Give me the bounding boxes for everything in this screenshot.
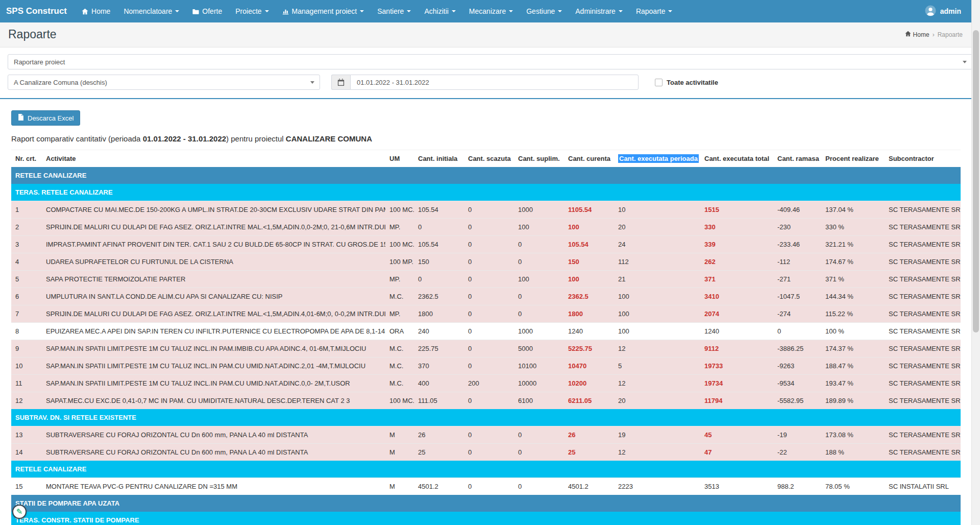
cell-procent: 174.67 %: [821, 253, 885, 271]
cell-exec_perioada: 12: [614, 444, 700, 461]
content-header: Rapoarte Home › Rapoarte: [0, 22, 980, 47]
report-type-select[interactable]: Raportare proiect: [8, 54, 972, 69]
group-header-label: TERAS. RETELE CANALIZARE: [11, 184, 961, 201]
cell-scazuta: 0: [464, 219, 514, 236]
date-range-input[interactable]: 01.01.2022 - 31.01.2022: [350, 75, 639, 90]
cell-ramasa: -233.46: [773, 236, 821, 253]
cell-nr: 10: [11, 357, 42, 375]
table-row: 9SAP.MAN.IN SPATII LIMIT.PESTE 1M CU TAL…: [11, 340, 961, 357]
cell-curenta: 4501.2: [564, 478, 614, 495]
user-avatar-icon: [925, 5, 936, 18]
breadcrumb-home-label: Home: [913, 31, 929, 38]
cell-subcontractor: SC TERASAMENTE SRL: [885, 426, 961, 444]
cell-exec_total: 19733: [700, 357, 773, 375]
column-header: Nr. crt.: [11, 150, 42, 168]
all-activities-toggle[interactable]: Toate activitatile: [655, 79, 718, 86]
nav-item-mecanizare[interactable]: Mecanizare: [462, 0, 520, 22]
cell-activitate: EPUIZAREA MEC.A APEI DIN SAP.IN TEREN CU…: [42, 323, 385, 340]
breadcrumb: Home › Rapoarte: [905, 31, 963, 38]
nav-item-home[interactable]: Home: [75, 0, 117, 22]
cell-nr: 15: [11, 478, 42, 495]
cell-scazuta: 0: [464, 323, 514, 340]
nav-item-label: Mecanizare: [469, 7, 506, 15]
cell-suplim: 0: [514, 426, 564, 444]
cell-exec_total: 339: [700, 236, 773, 253]
cell-ramasa: -230: [773, 219, 821, 236]
date-range-value: 01.01.2022 - 31.01.2022: [357, 79, 429, 86]
column-header: Cant. scazuta: [464, 150, 514, 168]
cell-um: ORA: [385, 323, 414, 340]
cell-initiala: 2362.5: [414, 288, 464, 305]
cell-procent: 100 %: [821, 323, 885, 340]
column-header: Cant. executata perioada: [614, 150, 700, 168]
cell-um: M: [385, 426, 414, 444]
all-activities-checkbox[interactable]: [655, 79, 663, 86]
cell-exec_total: 9112: [700, 340, 773, 357]
nav-item-oferte[interactable]: Oferte: [186, 0, 229, 22]
cell-exec_total: 19734: [700, 375, 773, 392]
table-row: 2SPRIJIN.DE MALURI CU DULAPI DE FAG ASEZ…: [11, 219, 961, 236]
cell-scazuta: 0: [464, 478, 514, 495]
cell-initiala: 400: [414, 375, 464, 392]
cell-exec_perioada: 20: [614, 219, 700, 236]
cell-activitate: SAPAT.MEC.CU EXC.DE 0,41-0,7 MC IN PAM. …: [42, 392, 385, 410]
cell-subcontractor: SC TERASAMENTE SRL: [885, 375, 961, 392]
cell-scazuta: 0: [464, 357, 514, 375]
cell-curenta: 1105.54: [564, 201, 614, 219]
project-select[interactable]: A Canalizare Comuna (deschis): [8, 75, 320, 90]
column-header: Cant. ramasa: [773, 150, 821, 168]
table-row: 6UMPLUTURA IN SANT.LA COND.DE ALIM.CU AP…: [11, 288, 961, 305]
brand-logo[interactable]: SPS Construct: [0, 0, 75, 22]
page-scrollbar[interactable]: [971, 0, 980, 525]
cell-procent: 189.89 %: [821, 392, 885, 410]
cell-nr: 2: [11, 219, 42, 236]
nav-item-santiere[interactable]: Santiere: [371, 0, 418, 22]
cell-um: M.C.: [385, 340, 414, 357]
nav-item-achizitii[interactable]: Achizitii: [418, 0, 462, 22]
cell-subcontractor: SC TERASAMENTE SRL: [885, 219, 961, 236]
cell-activitate: SUBTRAVERSARE CU FORAJ ORIZONTAL CU Dn 6…: [42, 426, 385, 444]
cell-nr: 14: [11, 444, 42, 461]
nav-item-rapoarte[interactable]: Rapoarte: [629, 0, 679, 22]
cell-suplim: 0: [514, 478, 564, 495]
group-header-label: STATII DE POMPARE APA UZATA: [11, 495, 961, 512]
cell-activitate: SAPA PROTECTIE TERMOIZOLATIE PARTER: [42, 271, 385, 288]
project-value: A Canalizare Comuna (deschis): [14, 79, 107, 86]
nav-item-management-proiect[interactable]: Management proiect: [276, 0, 371, 22]
scrollbar-thumb[interactable]: [973, 30, 979, 332]
cell-subcontractor: SC TERASAMENTE SRL: [885, 340, 961, 357]
cell-um: M: [385, 444, 414, 461]
cell-nr: 7: [11, 305, 42, 323]
cell-um: M: [385, 478, 414, 495]
nav-item-gestiune[interactable]: Gestiune: [520, 0, 569, 22]
edit-fab[interactable]: ✎: [12, 505, 27, 519]
cell-exec_perioada: 10: [614, 201, 700, 219]
caret-down-icon: [668, 10, 672, 12]
cell-curenta: 10200: [564, 375, 614, 392]
cell-nr: 4: [11, 253, 42, 271]
user-menu[interactable]: admin: [915, 0, 971, 22]
filter-panel: Raportare proiect A Canalizare Comuna (d…: [0, 47, 980, 99]
breadcrumb-home-link[interactable]: Home: [905, 31, 929, 38]
nav-item-nomenclatoare[interactable]: Nomenclatoare: [117, 0, 186, 22]
group-header-label: SUBTRAV. DN. SI RETELE EXISTENTE: [11, 409, 961, 426]
cell-activitate: SAP.MAN.IN SPATII LIMIT.PESTE 1M CU TALU…: [42, 357, 385, 375]
table-row: 10SAP.MAN.IN SPATII LIMIT.PESTE 1M CU TA…: [11, 357, 961, 375]
column-header: Cant. curenta: [564, 150, 614, 168]
cell-curenta: 5225.75: [564, 340, 614, 357]
cell-nr: 6: [11, 288, 42, 305]
cell-suplim: 5000: [514, 340, 564, 357]
cell-initiala: 111.05: [414, 392, 464, 410]
download-excel-button[interactable]: Descarca Excel: [11, 110, 80, 126]
nav-item-proiecte[interactable]: Proiecte: [229, 0, 275, 22]
cell-initiala: 1800: [414, 305, 464, 323]
table-row: 8EPUIZAREA MEC.A APEI DIN SAP.IN TEREN C…: [11, 323, 961, 340]
group-header-row: TERAS. CONSTR. STATII DE POMPARE: [11, 512, 961, 525]
nav-item-administrare[interactable]: Administrare: [569, 0, 629, 22]
cell-subcontractor: SC TERASAMENTE SRL: [885, 357, 961, 375]
column-header: Cant. suplim.: [514, 150, 564, 168]
all-activities-label: Toate activitatile: [667, 79, 718, 86]
cell-exec_perioada: 100: [614, 288, 700, 305]
cell-subcontractor: SC TERASAMENTE SRL: [885, 323, 961, 340]
cell-um: 100 MC.: [385, 392, 414, 410]
